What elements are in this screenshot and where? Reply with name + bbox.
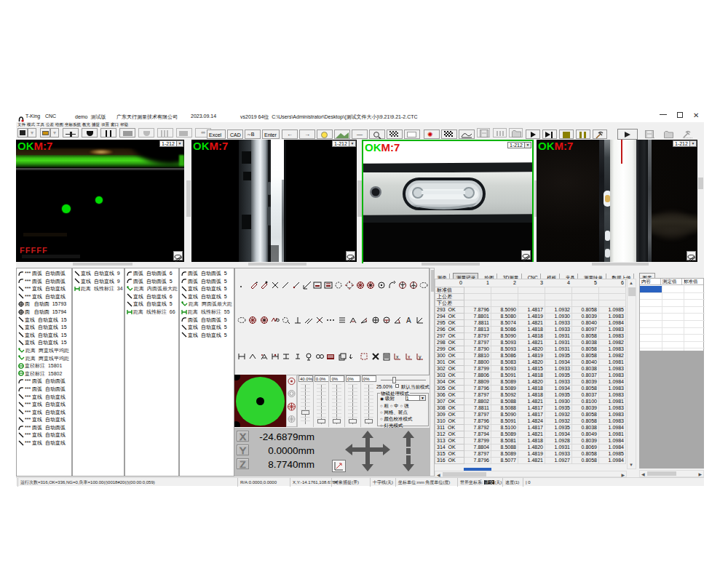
svg-text:x: x: [396, 354, 399, 359]
svg-text:y: y: [419, 354, 422, 360]
svg-text:A: A: [406, 316, 411, 324]
svg-text:x: x: [408, 354, 411, 359]
